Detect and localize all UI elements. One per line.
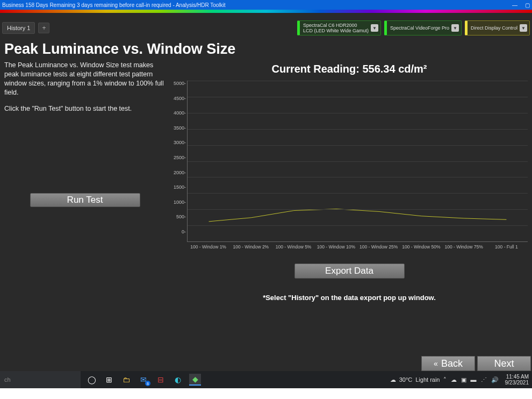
gridline: [188, 209, 528, 210]
gridline: [188, 81, 528, 81]
y-tick-label: 4500-: [174, 96, 186, 101]
mail-badge: 8: [145, 381, 150, 386]
gridline: [188, 193, 528, 194]
task-view-icon[interactable]: ⊞: [103, 374, 115, 386]
gridline: [188, 225, 528, 226]
add-history-tab-button[interactable]: +: [38, 23, 49, 33]
y-tick-label: 2000-: [174, 170, 186, 175]
window-minimize-button[interactable]: —: [512, 2, 517, 8]
gridline: [188, 177, 528, 177]
color-spectrum-bar: [0, 10, 532, 13]
chart-series-line: [209, 209, 507, 222]
export-note: *Select "History" on the data export pop…: [171, 294, 528, 302]
y-tick-label: 1000-: [174, 200, 186, 205]
y-tick-label: 4000-: [174, 110, 186, 116]
x-tick-label: 100 - Window 1%: [187, 242, 229, 250]
reading-label: Current Reading:: [272, 63, 363, 75]
tray-app-icon[interactable]: ▣: [461, 376, 466, 383]
taskbar-search[interactable]: ch: [0, 371, 81, 388]
export-data-button[interactable]: Export Data: [294, 263, 405, 279]
weather-widget[interactable]: ☁ 30°C Light rain: [390, 376, 440, 383]
window-titlebar: Business 158 Days Remaining 3 days remai…: [0, 0, 532, 10]
page-description: The Peak Luminance vs. Window Size test …: [4, 61, 166, 97]
history-tab[interactable]: History 1: [2, 22, 35, 34]
page-instruction: Click the "Run Test" button to start the…: [4, 105, 166, 112]
calman-app-icon[interactable]: ◆: [189, 374, 201, 386]
x-tick-label: 100 - Full 1: [485, 242, 528, 250]
display-name: Direct Display Control: [471, 25, 517, 31]
next-button[interactable]: Next: [477, 356, 531, 371]
y-tick-label: 0-: [182, 229, 186, 234]
onedrive-icon[interactable]: ☁: [451, 376, 457, 383]
back-button[interactable]: « Back: [421, 356, 475, 371]
gridline: [188, 113, 528, 113]
x-tick-label: 100 - Window 75%: [443, 242, 485, 250]
y-tick-label: 2500-: [174, 155, 186, 160]
y-tick-label: 3000-: [174, 140, 186, 145]
meter-name: SpectraCal C6 HDR2000: [303, 23, 369, 28]
taskbar-clock[interactable]: 11:45 AM 9/23/2021: [502, 374, 533, 386]
next-label: Next: [494, 358, 514, 369]
y-tick-label: 3500-: [174, 125, 186, 131]
back-arrow-icon: «: [434, 359, 438, 368]
tray-chevron-icon[interactable]: ˄: [443, 376, 447, 383]
gridline: [188, 97, 528, 97]
clock-date: 9/23/2021: [505, 380, 529, 386]
volume-icon[interactable]: 🔊: [491, 376, 499, 383]
gridline: [188, 129, 528, 130]
x-tick-label: 100 - Window 50%: [400, 242, 442, 250]
display-select[interactable]: Direct Display Control ▼: [465, 20, 530, 35]
x-tick-label: 100 - Window 5%: [272, 242, 315, 250]
source-name: SpectraCal VideoForge Pro: [390, 25, 449, 31]
cloud-icon: ☁: [390, 376, 396, 383]
y-tick-label: 5000-: [174, 81, 186, 86]
y-tick-label: 500-: [176, 214, 186, 219]
x-tick-label: 100 - Window 25%: [357, 242, 400, 250]
meter-mode: LCD (LED White Wide Gamut): [303, 28, 369, 33]
meter-select[interactable]: SpectraCal C6 HDR2000 LCD (LED White Wid…: [297, 20, 381, 35]
chevron-down-icon: ▼: [520, 24, 527, 32]
battery-icon[interactable]: ▬: [471, 376, 477, 383]
run-test-button[interactable]: Run Test: [30, 193, 140, 207]
wifi-icon[interactable]: ⋰: [481, 376, 487, 383]
file-explorer-icon[interactable]: 🗀: [120, 374, 132, 386]
weather-temp: 30°C: [399, 376, 413, 383]
clock-time: 11:45 AM: [506, 374, 529, 380]
window-title: Business 158 Days Remaining 3 days remai…: [2, 2, 512, 8]
x-tick-label: 100 - Window 10%: [315, 242, 357, 250]
reading-value: 556.34 cd/m²: [362, 63, 427, 75]
chevron-down-icon: ▼: [371, 24, 378, 32]
source-select[interactable]: SpectraCal VideoForge Pro ▼: [384, 20, 462, 35]
chevron-down-icon: ▼: [451, 24, 459, 32]
gridline: [188, 161, 528, 162]
back-label: Back: [441, 358, 463, 369]
current-reading: Current Reading: 556.34 cd/m²: [171, 63, 528, 75]
x-tick-label: 100 - Window 2%: [229, 242, 272, 250]
window-maximize-button[interactable]: ▢: [525, 2, 530, 8]
page-title: Peak Luminance vs. Window Size: [4, 41, 528, 58]
mail-icon[interactable]: ✉8: [138, 374, 149, 386]
windows-taskbar: ch ◯ ⊞ 🗀 ✉8 ⊟ ◐ ◆ ☁ 30°C Light rain ˄ ☁ …: [0, 371, 532, 388]
y-tick-label: 1500-: [174, 184, 186, 190]
microsoft-store-icon[interactable]: ⊟: [155, 374, 167, 386]
cortana-icon[interactable]: ◯: [86, 374, 98, 386]
weather-text: Light rain: [415, 376, 440, 383]
edge-icon[interactable]: ◐: [172, 374, 184, 386]
luminance-chart: 5000-4500-4000-3500-3000-2500-2000-1500-…: [171, 81, 528, 242]
gridline: [188, 145, 528, 146]
